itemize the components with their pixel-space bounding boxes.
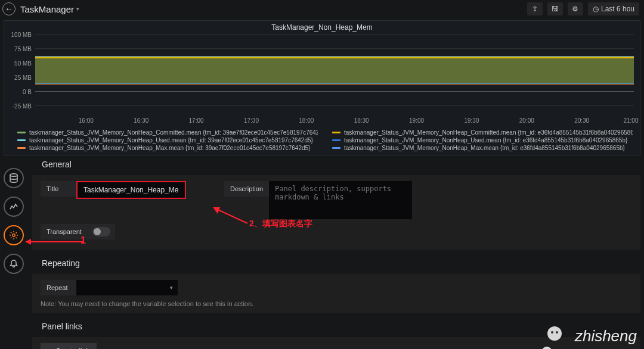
tab-general[interactable] bbox=[4, 225, 24, 245]
x-tick: 16:30 bbox=[134, 117, 148, 124]
panel-title-input[interactable] bbox=[78, 182, 185, 198]
y-tick: 50 MB bbox=[14, 60, 32, 67]
chevron-down-icon: ▾ bbox=[170, 285, 173, 291]
dashboard-title-dropdown[interactable]: TaskManager ▾ bbox=[20, 4, 79, 14]
section-general-title: General bbox=[32, 148, 640, 175]
tab-queries[interactable] bbox=[4, 168, 24, 188]
x-tick: 19:00 bbox=[409, 117, 424, 124]
chart-plot-area[interactable]: 100 MB 75 MB 50 MB 25 MB 0 B -25 MB bbox=[35, 34, 634, 117]
x-tick: 18:00 bbox=[299, 117, 314, 124]
time-range-label: Last 6 hou bbox=[601, 5, 634, 13]
repeat-select[interactable]: ▾ bbox=[76, 280, 178, 295]
x-tick: 20:30 bbox=[574, 117, 589, 124]
settings-button[interactable]: ⚙ bbox=[568, 2, 583, 15]
legend-swatch bbox=[17, 147, 26, 149]
chart-series-line bbox=[35, 84, 634, 85]
x-tick: 16:00 bbox=[79, 117, 94, 124]
chart-series-line bbox=[35, 57, 634, 58]
back-button[interactable]: ← bbox=[2, 2, 16, 15]
gear-icon: ⚙ bbox=[572, 5, 578, 13]
save-icon: 🖫 bbox=[552, 5, 559, 13]
y-tick: 0 B bbox=[23, 89, 32, 95]
database-icon bbox=[9, 173, 18, 183]
arrow-left-icon: ← bbox=[5, 4, 13, 14]
section-general: Title Description Transparent bbox=[32, 175, 640, 250]
share-icon: ⇪ bbox=[532, 5, 538, 13]
description-label: Description bbox=[224, 181, 269, 197]
legend-item[interactable]: taskmanager_Status_JVM_Memory_NonHeap_Co… bbox=[17, 129, 318, 136]
legend-swatch bbox=[332, 132, 340, 133]
legend-swatch bbox=[332, 139, 340, 141]
save-button[interactable]: 🖫 bbox=[547, 2, 563, 15]
top-bar: ← TaskManager ▾ ⇪ 🖫 ⚙ ◷ Last 6 hou bbox=[0, 0, 644, 18]
panel-title: TaskManager_Non_Heap_Mem bbox=[4, 22, 640, 32]
x-tick: 19:30 bbox=[464, 117, 479, 124]
wechat-icon bbox=[547, 326, 571, 345]
tab-visualization[interactable] bbox=[4, 197, 24, 217]
tab-alert[interactable] bbox=[4, 254, 24, 274]
x-tick: 18:30 bbox=[354, 117, 369, 124]
svg-point-0 bbox=[10, 174, 17, 176]
gear-icon bbox=[9, 230, 18, 240]
svg-point-1 bbox=[13, 234, 15, 236]
time-range-button[interactable]: ◷ Last 6 hou bbox=[588, 2, 639, 15]
y-tick: 100 MB bbox=[11, 32, 32, 38]
bell-icon bbox=[9, 259, 18, 269]
repeat-label: Repeat bbox=[41, 280, 76, 295]
editor-tab-rail bbox=[4, 168, 24, 274]
section-repeating-title: Repeating bbox=[32, 256, 640, 274]
chart-icon bbox=[9, 202, 18, 211]
panel-editor: General Title Description Transparent bbox=[32, 148, 640, 349]
title-label: Title bbox=[41, 181, 76, 197]
panel-chart: TaskManager_Non_Heap_Mem 100 MB 75 MB 50… bbox=[4, 20, 640, 155]
transparent-label: Transparent bbox=[41, 224, 88, 239]
x-tick: 17:30 bbox=[244, 117, 259, 124]
create-link-button[interactable]: + Create link bbox=[41, 343, 97, 349]
svg-marker-3 bbox=[25, 239, 31, 245]
clock-icon: ◷ bbox=[593, 5, 599, 13]
chart-x-axis: 16:00 16:30 17:00 17:30 18:00 18:30 19:0… bbox=[35, 117, 634, 126]
legend-item[interactable]: taskmanager_Status_JVM_Memory_NonHeap_Co… bbox=[332, 129, 633, 136]
legend-swatch bbox=[17, 132, 26, 133]
title-highlight-box bbox=[76, 181, 186, 199]
repeat-note: Note: You may need to change the variabl… bbox=[41, 300, 632, 307]
transparent-toggle[interactable] bbox=[92, 227, 110, 236]
chart-series-line bbox=[35, 56, 634, 57]
legend-swatch bbox=[17, 139, 26, 141]
y-tick: -25 MB bbox=[13, 103, 32, 110]
dashboard-title: TaskManager bbox=[20, 4, 74, 14]
section-repeating: Repeat ▾ Note: You may need to change th… bbox=[32, 274, 640, 313]
panel-description-input[interactable] bbox=[269, 181, 412, 219]
legend-item[interactable]: taskmanager_Status_JVM_Memory_NonHeap_Us… bbox=[332, 137, 633, 144]
y-tick: 25 MB bbox=[14, 74, 32, 81]
x-tick: 21:00 bbox=[623, 117, 638, 124]
legend-item[interactable]: taskmanager_Status_JVM_Memory_NonHeap_Us… bbox=[17, 137, 318, 144]
share-button[interactable]: ⇪ bbox=[527, 2, 543, 15]
watermark: zhisheng bbox=[547, 326, 637, 345]
x-tick: 20:00 bbox=[519, 117, 534, 124]
chevron-down-icon: ▾ bbox=[76, 6, 79, 12]
y-tick: 75 MB bbox=[14, 46, 32, 52]
chart-series-area bbox=[35, 57, 634, 83]
watermark-text: zhisheng bbox=[575, 327, 637, 345]
x-tick: 17:00 bbox=[189, 117, 204, 124]
